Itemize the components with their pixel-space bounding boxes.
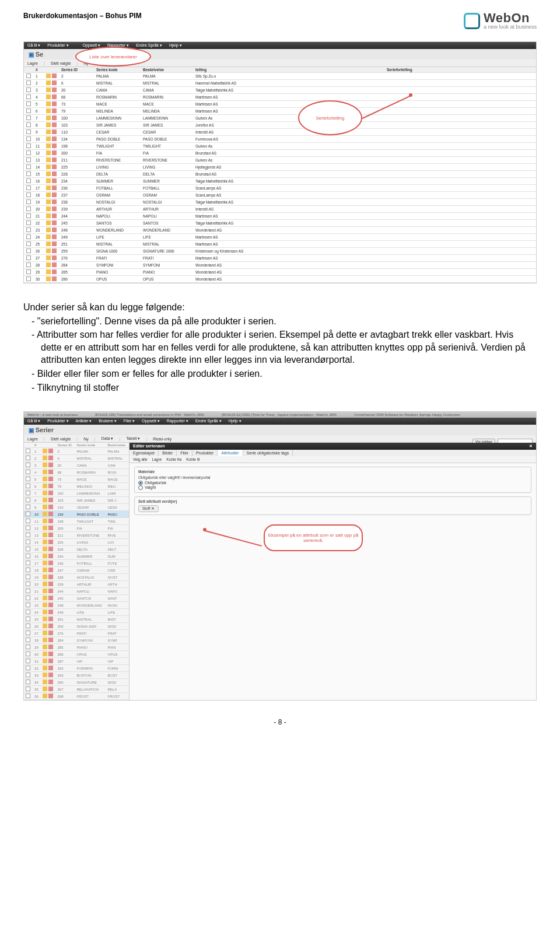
row-checkbox[interactable]: [26, 108, 31, 113]
toolbar-button[interactable]: Data ▾: [102, 436, 114, 441]
table-row[interactable]: 26MISTRALMISTRALHammel Møbelfabrik AS: [24, 80, 536, 87]
delete-icon[interactable]: [48, 617, 53, 621]
menu-item[interactable]: Rapporter ▾: [167, 419, 188, 424]
edit-icon[interactable]: [46, 186, 51, 190]
edit-icon[interactable]: [46, 276, 51, 281]
table-row[interactable]: 36298FROSTFROST: [24, 693, 129, 700]
row-checkbox[interactable]: [26, 589, 30, 593]
edit-icon[interactable]: [46, 88, 51, 92]
table-row[interactable]: 33293BOSTONBOST: [24, 672, 129, 679]
delete-icon[interactable]: [52, 123, 57, 127]
table-row[interactable]: 35297RELAXATIONRELA: [24, 686, 129, 693]
delete-icon[interactable]: [52, 94, 57, 99]
delete-icon[interactable]: [48, 505, 53, 509]
edit-icon[interactable]: [46, 116, 51, 120]
row-checkbox[interactable]: [26, 596, 30, 600]
table-row[interactable]: 9110CESARCESARInterstil AS: [24, 129, 536, 136]
delete-icon[interactable]: [52, 192, 57, 197]
row-checkbox[interactable]: [26, 178, 31, 183]
edit-icon[interactable]: [46, 200, 51, 204]
delete-icon[interactable]: [48, 470, 53, 474]
edit-icon[interactable]: [46, 164, 51, 169]
row-checkbox[interactable]: [26, 659, 30, 663]
delete-icon[interactable]: [48, 631, 53, 635]
row-checkbox[interactable]: [26, 484, 30, 488]
delete-icon[interactable]: [48, 673, 53, 677]
delete-icon[interactable]: [52, 74, 57, 78]
delete-icon[interactable]: [48, 680, 53, 684]
table-row[interactable]: 9110CESARCESA: [24, 504, 129, 511]
row-checkbox[interactable]: [26, 164, 31, 169]
edit-icon[interactable]: [43, 687, 47, 691]
row-checkbox[interactable]: [26, 645, 30, 649]
delete-icon[interactable]: [48, 554, 53, 558]
edit-icon[interactable]: [43, 638, 47, 642]
table-row[interactable]: 679MELINDAMELINDAMartinsen AS: [24, 108, 536, 115]
table-row[interactable]: 21244NAPOLINAPO: [24, 588, 129, 595]
row-checkbox[interactable]: [26, 80, 31, 85]
row-checkbox[interactable]: [26, 624, 30, 628]
delete-icon[interactable]: [52, 206, 57, 211]
row-checkbox[interactable]: [26, 186, 31, 190]
edit-icon[interactable]: [43, 470, 47, 474]
toolbar-button[interactable]: Lagre: [27, 437, 38, 441]
table-row[interactable]: 25251MISTRALMISTRALMartinsen AS: [24, 241, 536, 248]
table-row[interactable]: 17236FOTBALLFOTE: [24, 560, 129, 567]
row-checkbox[interactable]: [26, 206, 31, 211]
row-checkbox[interactable]: [26, 242, 31, 246]
edit-icon[interactable]: [43, 596, 47, 600]
table-row[interactable]: 11198TWILIGHTTWILIGHTGulvex As: [24, 143, 536, 150]
delete-icon[interactable]: [48, 624, 53, 628]
edit-icon[interactable]: [43, 484, 47, 488]
row-checkbox[interactable]: [26, 192, 31, 197]
delete-icon[interactable]: [48, 659, 53, 663]
row-checkbox[interactable]: [26, 463, 30, 467]
table-row[interactable]: 14225LIVINGLIVI: [24, 539, 129, 546]
delete-icon[interactable]: [52, 242, 57, 246]
table-row[interactable]: 24249LIFELIFEMartinsen AS: [24, 234, 536, 241]
toolbar-button[interactable]: Read-only: [153, 437, 172, 441]
row-checkbox[interactable]: [26, 610, 30, 614]
delete-icon[interactable]: [48, 652, 53, 656]
table-row[interactable]: 468ROSMARINROSMARINMartinsen AS: [24, 94, 536, 101]
table-row[interactable]: 10134PASO DOBLEPASO: [24, 511, 129, 518]
edit-icon[interactable]: [46, 158, 51, 162]
edit-icon[interactable]: [43, 491, 47, 495]
delete-icon[interactable]: [48, 666, 53, 670]
close-icon[interactable]: ✕: [151, 506, 155, 510]
row-checkbox[interactable]: [26, 540, 30, 544]
table-row[interactable]: 29285PIANOPIAN: [24, 644, 129, 651]
edit-icon[interactable]: [46, 262, 51, 267]
row-checkbox[interactable]: [26, 123, 31, 127]
delete-icon[interactable]: [52, 172, 57, 176]
delete-icon[interactable]: [52, 220, 57, 225]
edit-icon[interactable]: [46, 94, 51, 99]
edit-icon[interactable]: [43, 694, 47, 698]
browser-tab[interactable]: WebOn - a new look at business: [27, 413, 78, 416]
editor-toolbar-button[interactable]: Velg alle: [133, 457, 148, 461]
radio-obligatorisk-row[interactable]: Obligatorisk: [138, 481, 527, 485]
row-checkbox[interactable]: [26, 617, 30, 621]
table-row[interactable]: 28284SYMFONISYMFONIWonderland AS: [24, 262, 536, 269]
edit-icon[interactable]: [43, 589, 47, 593]
edit-icon[interactable]: [46, 178, 51, 183]
edit-icon[interactable]: [46, 150, 51, 155]
menu-item[interactable]: Filer ▾: [124, 419, 135, 424]
delete-icon[interactable]: [48, 687, 53, 691]
edit-icon[interactable]: [43, 519, 47, 523]
delete-icon[interactable]: [48, 533, 53, 537]
delete-icon[interactable]: [48, 694, 53, 698]
editor-tab[interactable]: Filer: [177, 450, 192, 456]
table-row[interactable]: 22245SANTOSSANTOSTalgø Møbelfabrikk AS: [24, 220, 536, 227]
menu-item[interactable]: Endre Språk ▾: [136, 43, 162, 48]
table-row[interactable]: 12200FIAFIABrunstad AS: [24, 150, 536, 157]
delete-icon[interactable]: [52, 108, 57, 113]
row-checkbox[interactable]: [26, 512, 30, 516]
table-row[interactable]: 23248WONDERLANDWONI: [24, 602, 129, 609]
table-row[interactable]: 28284SYMFONISYMF: [24, 637, 129, 644]
table-row[interactable]: 25251MISTRALMIST: [24, 616, 129, 623]
delete-icon[interactable]: [48, 575, 53, 579]
row-checkbox[interactable]: [26, 88, 31, 92]
row-checkbox[interactable]: [26, 652, 30, 656]
edit-icon[interactable]: [46, 270, 51, 274]
